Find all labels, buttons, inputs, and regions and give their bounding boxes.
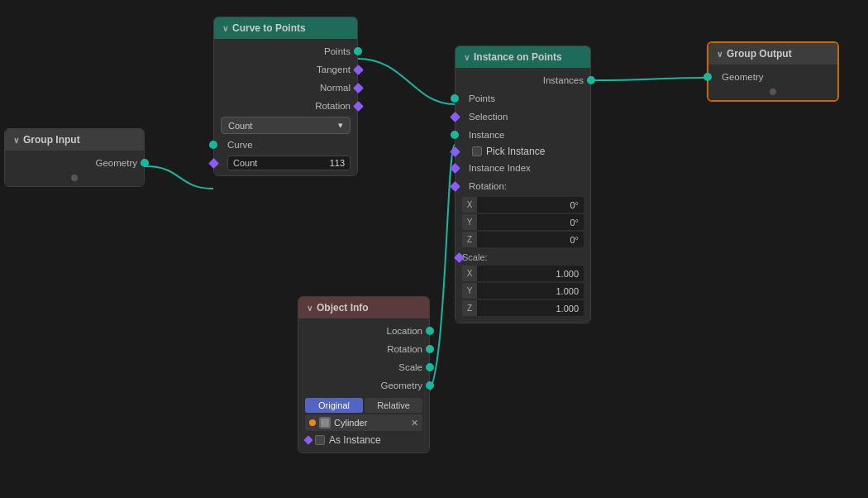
oi-title: Object Info — [317, 302, 369, 314]
iop-selection-socket[interactable] — [450, 112, 460, 122]
iop-scale-z-row: Z 1.000 — [462, 300, 584, 316]
iop-rotation-x-value[interactable]: 0° — [477, 197, 584, 213]
ctp-normal-label: Normal — [320, 83, 351, 93]
oi-rotation-socket[interactable] — [426, 345, 434, 353]
go-title: Group Output — [727, 48, 792, 60]
iop-rotation-x-row: X 0° — [462, 197, 584, 213]
iop-rotation-socket[interactable] — [450, 181, 460, 192]
iop-pick-instance-row: Pick Instance — [455, 144, 590, 159]
iop-rotation-header-row: Rotation: — [455, 177, 590, 195]
oi-scale-label: Scale — [398, 362, 422, 372]
oi-location-label: Location — [387, 326, 422, 336]
instance-on-points-node[interactable]: ∨ Instance on Points Instances Points Se… — [455, 45, 591, 323]
go-chevron: ∨ — [717, 50, 723, 59]
iop-index-socket[interactable] — [450, 163, 460, 174]
oi-as-instance-row: As Instance — [298, 433, 429, 448]
oi-as-instance-diamond — [303, 435, 312, 444]
iop-rotation-header-label: Rotation: — [469, 181, 507, 191]
oi-rotation-label: Rotation — [387, 344, 422, 354]
group-input-node[interactable]: ∨ Group Input Geometry — [4, 128, 145, 187]
curve-to-points-node[interactable]: ∨ Curve to Points Points Tangent Normal … — [213, 17, 358, 176]
ctp-tangent-socket[interactable] — [353, 65, 364, 75]
iop-points-socket[interactable] — [451, 94, 459, 103]
ctp-mode-dropdown[interactable]: Count ▾ — [221, 117, 351, 134]
oi-scale-socket[interactable] — [426, 363, 434, 371]
iop-pick-label: Pick Instance — [486, 146, 545, 157]
oi-relative-button[interactable]: Relative — [365, 398, 422, 413]
ctp-rotation-socket[interactable] — [353, 101, 364, 112]
iop-title: Instance on Points — [474, 51, 562, 63]
curve-to-points-title: Curve to Points — [232, 22, 306, 34]
close-icon[interactable]: ✕ — [411, 418, 418, 429]
go-geometry-socket[interactable] — [703, 73, 712, 81]
iop-scale-y-label: Y — [462, 283, 477, 299]
iop-instance-label: Instance — [469, 130, 504, 140]
ctp-points-label: Points — [324, 46, 351, 56]
iop-instances-socket[interactable] — [587, 76, 595, 84]
ctp-curve-socket[interactable] — [209, 141, 217, 149]
oi-location-row: Location — [298, 322, 429, 340]
iop-scale-x-row: X 1.000 — [462, 266, 584, 281]
ctp-points-row: Points — [214, 42, 357, 60]
ctp-rotation-row: Rotation — [214, 97, 357, 115]
iop-instances-label: Instances — [543, 75, 584, 85]
group-input-geometry-socket[interactable] — [141, 159, 149, 167]
ctp-points-socket[interactable] — [354, 47, 362, 55]
ctp-tangent-row: Tangent — [214, 60, 357, 79]
iop-rotation-z-row: Z 0° — [462, 232, 584, 247]
group-input-geometry-label: Geometry — [96, 158, 138, 168]
oi-geometry-socket[interactable] — [426, 381, 434, 390]
go-header: ∨ Group Output — [708, 43, 837, 65]
oi-header: ∨ Object Info — [298, 297, 429, 318]
iop-scale-z-value[interactable]: 1.000 — [477, 300, 584, 316]
oi-scale-row: Scale — [298, 358, 429, 376]
iop-instance-row: Instance — [455, 126, 590, 144]
iop-rotation-x-label: X — [462, 197, 477, 213]
iop-rotation-y-row: Y 0° — [462, 214, 584, 230]
go-footer-dot — [770, 89, 776, 95]
iop-scale-y-row: Y 1.000 — [462, 283, 584, 299]
iop-rotation-y-label: Y — [462, 214, 477, 230]
group-input-footer-dot — [71, 175, 78, 181]
iop-selection-row: Selection — [455, 108, 590, 126]
go-geometry-label: Geometry — [722, 72, 764, 82]
ctp-curve-label: Curve — [227, 140, 253, 150]
iop-points-row: Points — [455, 89, 590, 108]
iop-rotation-z-value[interactable]: 0° — [477, 232, 584, 247]
iop-rotation-y-value[interactable]: 0° — [477, 214, 584, 230]
ctp-count-row: Count 113 — [214, 154, 357, 172]
oi-rotation-row: Rotation — [298, 340, 429, 358]
oi-object-name: Cylinder — [334, 418, 408, 428]
iop-rotation-z-label: Z — [462, 232, 477, 247]
ctp-count-field[interactable]: Count 113 — [227, 156, 351, 170]
group-input-geometry-row: Geometry — [5, 154, 144, 172]
oi-object-picker[interactable]: Cylinder ✕ — [305, 414, 422, 431]
oi-obj-icon — [319, 417, 331, 429]
oi-mode-buttons: Original Relative — [305, 398, 422, 413]
iop-selection-label: Selection — [469, 112, 508, 122]
iop-chevron: ∨ — [464, 53, 470, 62]
iop-pick-socket[interactable] — [450, 146, 460, 157]
oi-as-instance-checkbox[interactable] — [315, 435, 325, 445]
iop-pick-checkbox[interactable] — [472, 146, 482, 156]
iop-scale-y-value[interactable]: 1.000 — [477, 283, 584, 299]
iop-scale-x-label: X — [462, 266, 477, 281]
oi-object-dot — [309, 419, 316, 426]
iop-scale-x-value[interactable]: 1.000 — [477, 266, 584, 281]
group-input-chevron: ∨ — [13, 136, 19, 145]
chevron-down-icon: ▾ — [338, 120, 343, 131]
oi-original-button[interactable]: Original — [305, 398, 363, 413]
object-info-node[interactable]: ∨ Object Info Location Rotation Scale Ge… — [298, 296, 430, 453]
iop-scale-header: Scale: — [455, 249, 590, 264]
oi-location-socket[interactable] — [426, 327, 434, 335]
oi-geometry-row: Geometry — [298, 376, 429, 395]
group-output-node[interactable]: ∨ Group Output Geometry — [707, 41, 839, 102]
ctp-count-socket[interactable] — [208, 158, 219, 169]
iop-instance-socket[interactable] — [451, 131, 459, 139]
iop-index-label: Instance Index — [469, 163, 531, 173]
curve-to-points-header: ∨ Curve to Points — [214, 17, 357, 39]
group-input-title: Group Input — [23, 134, 80, 146]
ctp-normal-socket[interactable] — [353, 83, 364, 93]
ctp-rotation-label: Rotation — [315, 101, 351, 111]
curve-to-points-chevron: ∨ — [222, 24, 228, 33]
